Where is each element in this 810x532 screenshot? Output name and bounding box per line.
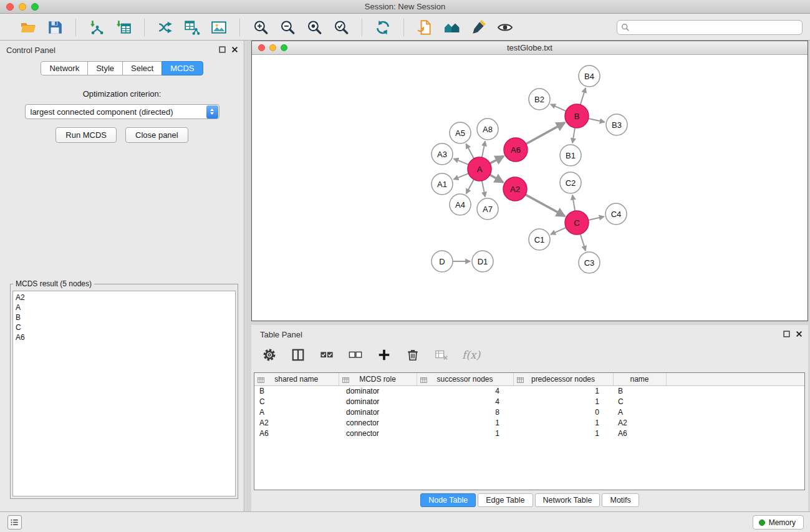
graph-edge-A-A5[interactable] [466,144,474,159]
close-button[interactable] [6,3,14,11]
graph-node-A5[interactable]: A5 [450,122,471,143]
memory-button[interactable]: Memory [753,515,804,530]
mcds-result-item[interactable]: C [16,322,233,332]
graph-node-A6[interactable]: A6 [504,138,528,162]
graph-node-B2[interactable]: B2 [529,89,550,110]
table-cell[interactable]: A2 [613,417,666,428]
graph-edge-A-A6[interactable] [490,156,504,163]
table-cell[interactable]: connector [339,428,417,438]
graph-edge-B-B3[interactable] [589,118,605,122]
table-cell[interactable]: 1 [417,428,513,438]
table-cell[interactable]: 1 [417,417,513,428]
graph-node-B1[interactable]: B1 [560,145,581,166]
graph-edge-A-A7[interactable] [482,181,485,197]
graph-node-C2[interactable]: C2 [560,172,581,193]
table-row[interactable]: Cdominator41C [254,396,804,407]
graph-node-C1[interactable]: C1 [529,229,550,250]
graph-edge-A-A8[interactable] [482,142,485,158]
network-arrows-button[interactable] [155,17,176,38]
table-cell[interactable]: 1 [513,385,613,396]
minimize-button[interactable] [19,3,26,11]
table-cell[interactable]: 1 [513,396,613,407]
graph-edge-A6-B[interactable] [526,123,565,144]
open-document-button[interactable] [414,17,435,38]
graph-node-B3[interactable]: B3 [606,114,627,135]
graph-node-C3[interactable]: C3 [579,252,600,273]
delete-table-button[interactable] [433,347,450,363]
table-cell[interactable]: A [254,407,339,417]
search-input[interactable] [617,20,803,35]
import-network-button[interactable] [86,17,107,38]
add-column-button[interactable] [376,347,392,363]
table-cell[interactable]: B [613,385,666,396]
optimization-criterion-dropdown[interactable]: largest connected component (directed) [25,104,219,119]
table-cell[interactable]: 4 [417,396,513,407]
table-cell[interactable]: dominator [339,385,417,396]
mcds-result-item[interactable]: A [16,302,233,312]
table-settings-button[interactable] [261,347,277,363]
table-cell[interactable]: connector [339,417,417,428]
select-all-button[interactable] [319,347,335,363]
column-header-predecessor-nodes[interactable]: predecessor nodes [513,373,613,385]
network-graph[interactable]: B4B2BB3A5A8A6B1A3AC2A1A2A4A7C4CC1C3DD1 [252,55,808,321]
run-mcds-button[interactable]: Run MCDS [55,127,117,143]
tab-mcds[interactable]: MCDS [162,61,203,75]
table-cell[interactable]: 4 [417,385,513,396]
table-row[interactable]: A6connector11A6 [254,428,804,438]
table-cell[interactable]: dominator [339,407,417,417]
graph-node-C[interactable]: C [565,211,589,235]
home-views-button[interactable] [441,17,462,38]
table-cell[interactable]: A6 [613,428,666,438]
column-header-mcds-role[interactable]: MCDS role [339,373,417,385]
table-cell[interactable]: dominator [339,396,417,407]
tab-edge-table[interactable]: Edge Table [478,493,533,507]
graph-node-D1[interactable]: D1 [472,251,493,272]
tab-select[interactable]: Select [122,61,162,75]
tab-motifs[interactable]: Motifs [602,493,639,507]
graph-edge-B-B1[interactable] [572,128,575,143]
network-from-table-button[interactable] [181,17,203,38]
table-row[interactable]: Bdominator41B [254,385,804,396]
column-header-successor-nodes[interactable]: successor nodes [417,373,513,385]
network-zoom-button[interactable] [281,44,287,51]
show-columns-button[interactable] [290,347,306,363]
table-cell[interactable]: A2 [254,417,339,428]
table-row[interactable]: Adominator80A [254,407,804,417]
graph-node-A3[interactable]: A3 [432,143,453,165]
export-image-button[interactable] [208,17,229,38]
graph-node-A4[interactable]: A4 [450,194,471,215]
tab-network-table[interactable]: Network Table [535,493,600,507]
import-table-button[interactable] [113,17,134,38]
table-cell[interactable]: A6 [254,428,339,438]
network-close-button[interactable] [258,44,265,51]
table-cell[interactable]: 1 [513,417,613,428]
graph-edge-B-B2[interactable] [551,104,566,111]
style-pen-button[interactable] [468,17,489,38]
graph-node-A7[interactable]: A7 [477,198,498,220]
graph-edge-A-A4[interactable] [466,180,474,194]
task-history-button[interactable] [7,515,22,530]
graph-node-A[interactable]: A [468,157,491,181]
tab-node-table[interactable]: Node Table [420,493,476,507]
refresh-button[interactable] [372,17,393,38]
graph-node-A2[interactable]: A2 [503,177,527,201]
tab-network[interactable]: Network [41,61,88,75]
table-cell[interactable]: 1 [513,428,613,438]
deselect-all-button[interactable] [347,347,364,363]
delete-column-button[interactable] [405,347,421,363]
mcds-result-item[interactable]: A6 [16,332,233,342]
tab-style[interactable]: Style [87,61,123,75]
float-panel-icon[interactable] [219,46,226,53]
graph-node-C4[interactable]: C4 [605,203,627,225]
graph-node-D[interactable]: D [432,251,453,272]
close-panel-button[interactable]: Close panel [125,127,188,143]
zoom-selected-button[interactable] [330,17,352,38]
network-canvas[interactable]: B4B2BB3A5A8A6B1A3AC2A1A2A4A7C4CC1C3DD1 [252,55,808,321]
table-cell[interactable]: 0 [513,407,613,417]
open-session-button[interactable] [17,17,39,38]
table-cell[interactable]: C [613,396,666,407]
graph-node-A8[interactable]: A8 [477,118,498,140]
graph-edge-C-C1[interactable] [551,228,566,235]
graph-edge-A-A3[interactable] [454,158,469,165]
show-hide-button[interactable] [494,17,516,38]
